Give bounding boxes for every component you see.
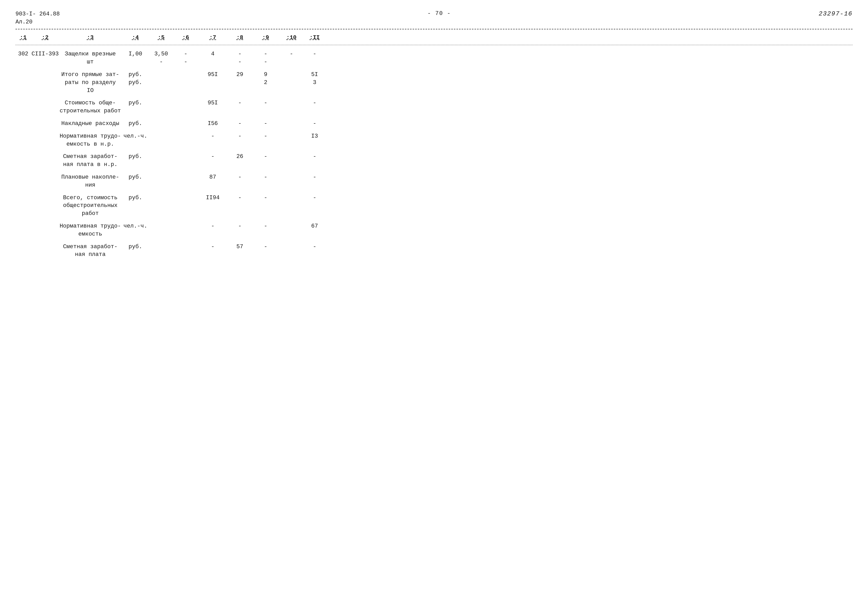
table-row: Плановые накопле- нияруб.87--- — [16, 173, 852, 189]
cell-row0-col7: 4 — [198, 50, 227, 58]
cell-row3-col4: руб. — [121, 120, 150, 128]
col-header-3: :3 — [59, 34, 121, 42]
cell-row4-col8: - — [227, 133, 253, 141]
col-header-4: :4 — [121, 34, 150, 42]
cell-row5-col7: - — [198, 153, 227, 161]
col-header-11: :II — [304, 34, 325, 42]
cell-row6-col8: - — [227, 173, 253, 181]
cell-row1-col4: руб. руб. — [121, 71, 150, 87]
cell-row2-col4: руб. — [121, 99, 150, 107]
cell-row0-col11: - — [304, 50, 325, 58]
cell-row4-col3: Нормативная трудо- емкость в н.р. — [59, 133, 121, 148]
doc-number: 903-I- 264.88 — [16, 10, 60, 18]
cell-row7-col8: - — [227, 194, 253, 202]
cell-row9-col3: Сметная заработ- ная плата — [59, 243, 121, 259]
header-right: 23297-16 — [819, 10, 852, 17]
cell-row9-col8: 57 — [227, 243, 253, 251]
col-header-10: :10 — [279, 34, 304, 42]
cell-row1-col9: 9 2 — [253, 71, 279, 87]
cell-row1-col8: 29 — [227, 71, 253, 79]
cell-row0-col9: - - — [253, 50, 279, 66]
cell-row4-col7: - — [198, 133, 227, 141]
cell-row8-col4: чел.-ч. — [121, 223, 150, 230]
cell-row8-col8: - — [227, 223, 253, 230]
table-row: 302СIII-393Защелки врезные штI,003,50 --… — [16, 50, 852, 66]
cell-row0-col8: - - — [227, 50, 253, 66]
cell-row2-col9: - — [253, 99, 279, 107]
cell-row2-col3: Стоимость обще- строительных работ — [59, 99, 121, 115]
cell-row8-col11: 67 — [304, 223, 325, 230]
cell-row3-col7: I56 — [198, 120, 227, 128]
cell-row0-col4: I,00 — [121, 50, 150, 58]
cell-row9-col9: - — [253, 243, 279, 251]
col-header-2: :2 — [31, 34, 59, 42]
column-headers: :1 :2 :3 :4 :5 :6 :7 :8 :9 :10 :II — [16, 32, 852, 45]
cell-row6-col7: 87 — [198, 173, 227, 181]
cell-row2-col11: - — [304, 99, 325, 107]
cell-row0-col6: - - — [173, 50, 198, 66]
cell-row9-col7: - — [198, 243, 227, 251]
table-row: Сметная заработ- ная платаруб.-57-- — [16, 243, 852, 259]
col-header-7: :7 — [198, 34, 227, 42]
col-header-9: :9 — [253, 34, 279, 42]
cell-row5-col9: - — [253, 153, 279, 161]
cell-row7-col7: II94 — [198, 194, 227, 202]
cell-row8-col3: Нормативная трудо- емкость — [59, 223, 121, 238]
cell-row5-col3: Сметная заработ- ная плата в н.р. — [59, 153, 121, 169]
cell-row3-col8: - — [227, 120, 253, 128]
table-row: Нормативная трудо- емкость в н.р.чел.-ч.… — [16, 133, 852, 148]
col-header-6: :6 — [173, 34, 198, 42]
table-row: Итого прямые зат- раты по разделу IОруб.… — [16, 71, 852, 94]
col-header-5: :5 — [150, 34, 173, 42]
cell-row7-col3: Всего, стоимость общестроительных работ — [59, 194, 121, 218]
cell-row7-col9: - — [253, 194, 279, 202]
data-rows: 302СIII-393Защелки врезные штI,003,50 --… — [16, 50, 852, 259]
col-header-1: :1 — [16, 34, 31, 42]
cell-row8-col9: - — [253, 223, 279, 230]
cell-row0-col1: 302 — [16, 50, 31, 58]
cell-row2-col7: 95I — [198, 99, 227, 107]
header: 903-I- 264.88 Ал.20 - 70 - 23297-16 — [16, 10, 852, 26]
cell-row1-col11: 5I 3 — [304, 71, 325, 87]
cell-row3-col11: - — [304, 120, 325, 128]
cell-row5-col8: 26 — [227, 153, 253, 161]
cell-row4-col4: чел.-ч. — [121, 133, 150, 141]
table-row: Накладные расходыруб.I56--- — [16, 120, 852, 128]
cell-row4-col9: - — [253, 133, 279, 141]
cell-row9-col11: - — [304, 243, 325, 251]
cell-row4-col11: I3 — [304, 133, 325, 141]
cell-row2-col8: - — [227, 99, 253, 107]
cell-row3-col3: Накладные расходы — [59, 120, 121, 128]
cell-row9-col4: руб. — [121, 243, 150, 251]
cell-row1-col3: Итого прямые зат- раты по разделу IО — [59, 71, 121, 94]
top-dashed-line — [16, 29, 852, 29]
cell-row8-col7: - — [198, 223, 227, 230]
doc-sheet: Ал.20 — [16, 18, 60, 26]
table-row: Всего, стоимость общестроительных работр… — [16, 194, 852, 218]
col-header-8: :8 — [227, 34, 253, 42]
cell-row0-col10: - — [279, 50, 304, 58]
header-center: - 70 - — [428, 10, 451, 17]
cell-row5-col4: руб. — [121, 153, 150, 161]
cell-row6-col9: - — [253, 173, 279, 181]
cell-row3-col9: - — [253, 120, 279, 128]
table-row: Стоимость обще- строительных работруб.95… — [16, 99, 852, 115]
cell-row6-col4: руб. — [121, 173, 150, 181]
cell-row0-col3: Защелки врезные шт — [59, 50, 121, 66]
cell-row6-col11: - — [304, 173, 325, 181]
table-row: Нормативная трудо- емкостьчел.-ч.---67 — [16, 223, 852, 238]
cell-row1-col7: 95I — [198, 71, 227, 79]
cell-row7-col11: - — [304, 194, 325, 202]
table-row: Сметная заработ- ная плата в н.р.руб.-26… — [16, 153, 852, 169]
cell-row0-col5: 3,50 - — [150, 50, 173, 66]
cell-row5-col11: - — [304, 153, 325, 161]
cell-row6-col3: Плановые накопле- ния — [59, 173, 121, 189]
header-left: 903-I- 264.88 Ал.20 — [16, 10, 60, 26]
cell-row0-col2: СIII-393 — [31, 50, 59, 58]
cell-row7-col4: руб. — [121, 194, 150, 202]
